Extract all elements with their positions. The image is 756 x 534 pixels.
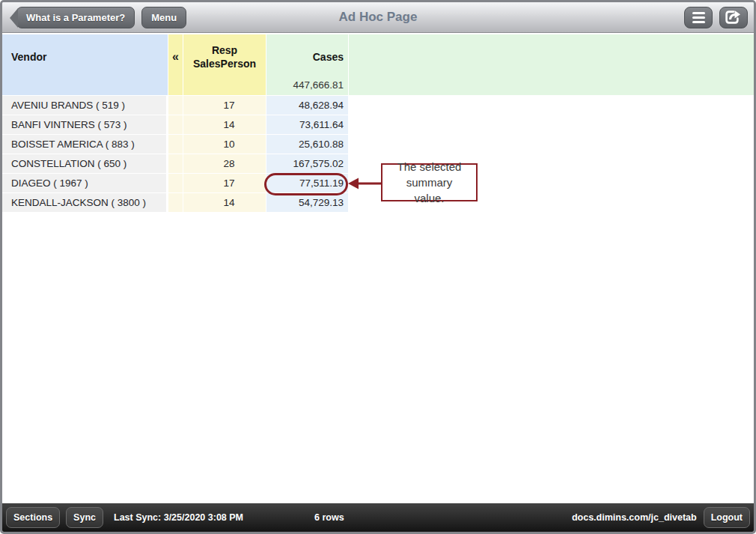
salesperson-cell[interactable]: 14 bbox=[183, 115, 266, 134]
bottom-status-bar: Sections Sync Last Sync: 3/25/2020 3:08 … bbox=[2, 503, 754, 532]
cases-summary-value[interactable]: 447,666.81 bbox=[266, 79, 348, 95]
collapse-cell bbox=[168, 193, 183, 212]
collapse-cell bbox=[168, 174, 183, 192]
annotation-callout: The selected summary value. bbox=[381, 163, 478, 201]
salesperson-cell[interactable]: 17 bbox=[183, 96, 266, 115]
header-filler bbox=[349, 34, 754, 95]
collapse-cell bbox=[168, 96, 183, 115]
vendor-cell[interactable]: AVENIU BRANDS ( 519 ) bbox=[2, 96, 168, 115]
cases-cell[interactable]: 48,628.94 bbox=[266, 96, 348, 115]
cases-cell[interactable]: 73,611.64 bbox=[266, 115, 348, 134]
hamburger-icon bbox=[692, 12, 705, 14]
share-icon bbox=[724, 8, 743, 26]
back-button-label: What is a Parameter? bbox=[26, 12, 125, 23]
row-filler bbox=[349, 115, 754, 134]
annotation-text: The selected summary value. bbox=[390, 159, 469, 206]
salesperson-cell[interactable]: 14 bbox=[183, 193, 266, 212]
vendor-cell[interactable]: CONSTELLATION ( 650 ) bbox=[2, 154, 168, 173]
vendor-header-label: Vendor bbox=[2, 34, 168, 79]
collapse-cell bbox=[168, 115, 183, 134]
table-row[interactable]: AVENIU BRANDS ( 519 ) 17 48,628.94 bbox=[2, 96, 754, 115]
table-row[interactable]: CONSTELLATION ( 650 ) 28 167,575.02 bbox=[2, 154, 754, 173]
menu-button[interactable]: Menu bbox=[141, 7, 186, 28]
row-filler bbox=[349, 135, 754, 154]
collapse-cell bbox=[168, 135, 183, 154]
table-header: Vendor « Resp SalesPerson Cases 447,666.… bbox=[2, 34, 754, 95]
sections-button[interactable]: Sections bbox=[6, 507, 60, 528]
salesperson-cell[interactable]: 10 bbox=[183, 135, 266, 154]
topbar-actions bbox=[684, 7, 748, 28]
menu-button-label: Menu bbox=[151, 12, 177, 23]
cases-cell[interactable]: 167,575.02 bbox=[266, 154, 348, 173]
cases-header-label: Cases bbox=[266, 34, 348, 79]
table-row[interactable]: DIAGEO ( 1967 ) 17 77,511.19 bbox=[2, 174, 754, 192]
cases-cell[interactable]: 77,511.19 bbox=[266, 174, 348, 192]
back-button[interactable]: What is a Parameter? bbox=[16, 7, 135, 28]
collapse-column-button[interactable]: « bbox=[168, 34, 183, 95]
server-address: docs.dimins.com/jc_divetab bbox=[572, 512, 697, 523]
table-rows: AVENIU BRANDS ( 519 ) 17 48,628.94 BANFI… bbox=[2, 96, 754, 212]
content-area: Vendor « Resp SalesPerson Cases 447,666.… bbox=[2, 34, 754, 505]
cases-cell[interactable]: 25,610.88 bbox=[266, 135, 348, 154]
vendor-cell[interactable]: KENDALL-JACKSON ( 3800 ) bbox=[2, 193, 168, 212]
table-row[interactable]: BOISSET AMERICA ( 883 ) 10 25,610.88 bbox=[2, 135, 754, 154]
logout-button[interactable]: Logout bbox=[704, 507, 750, 528]
vendor-cell[interactable]: BANFI VINTNERS ( 573 ) bbox=[2, 115, 168, 134]
table-row[interactable]: BANFI VINTNERS ( 573 ) 14 73,611.64 bbox=[2, 115, 754, 134]
back-arrow-icon bbox=[10, 8, 18, 28]
vendor-column-header[interactable]: Vendor bbox=[2, 34, 168, 95]
vendor-cell[interactable]: BOISSET AMERICA ( 883 ) bbox=[2, 135, 168, 154]
collapse-icon: « bbox=[168, 34, 183, 79]
salesperson-header-label: Resp SalesPerson bbox=[183, 34, 266, 79]
salesperson-cell[interactable]: 28 bbox=[183, 154, 266, 173]
share-button[interactable] bbox=[719, 7, 748, 28]
list-menu-button[interactable] bbox=[684, 7, 713, 28]
row-count: 6 rows bbox=[314, 512, 344, 523]
cases-column-header[interactable]: Cases 447,666.81 bbox=[266, 34, 348, 95]
table-row[interactable]: KENDALL-JACKSON ( 3800 ) 14 54,729.13 bbox=[2, 193, 754, 212]
salesperson-column-header[interactable]: Resp SalesPerson bbox=[183, 34, 266, 95]
last-sync-status: Last Sync: 3/25/2020 3:08 PM bbox=[114, 512, 243, 523]
vendor-cell[interactable]: DIAGEO ( 1967 ) bbox=[2, 174, 168, 192]
top-navigation-bar: What is a Parameter? Menu Ad Hoc Page bbox=[2, 2, 754, 33]
cases-cell[interactable]: 54,729.13 bbox=[266, 193, 348, 212]
sync-button[interactable]: Sync bbox=[66, 507, 103, 528]
row-filler bbox=[349, 96, 754, 115]
app-window: What is a Parameter? Menu Ad Hoc Page bbox=[0, 0, 756, 534]
collapse-cell bbox=[168, 154, 183, 173]
salesperson-cell[interactable]: 17 bbox=[183, 174, 266, 192]
